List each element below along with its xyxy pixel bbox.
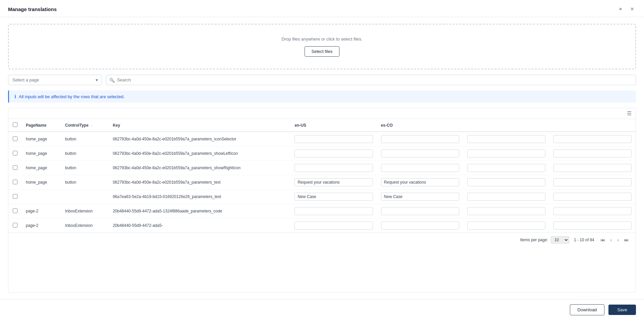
- row-checkbox[interactable]: [13, 223, 17, 228]
- input-esco[interactable]: [381, 135, 459, 143]
- input-col7[interactable]: [553, 164, 632, 172]
- table-row: page-2InboxExtension20b48440-55d9-4472-a…: [8, 218, 636, 233]
- input-esco[interactable]: [381, 207, 459, 215]
- row-checkbox[interactable]: [13, 151, 17, 155]
- page-select[interactable]: Select a page: [8, 75, 102, 85]
- col-controltype: ControlType ↓: [61, 119, 109, 132]
- table-row: 06a7ea63-5e2a-4b19-bd15-016920126e26_par…: [8, 190, 636, 204]
- table-toolbar: ☰: [8, 108, 636, 119]
- cell-esco: [377, 146, 463, 161]
- cell-pagename: home_page: [22, 146, 61, 161]
- input-enus[interactable]: [294, 193, 373, 201]
- info-text: All inputs will be affected by the rows …: [19, 94, 125, 99]
- input-esco[interactable]: [381, 178, 459, 186]
- input-col7[interactable]: [553, 221, 632, 230]
- cell-col6: [463, 161, 549, 175]
- cell-controltype: button: [61, 161, 109, 175]
- modal-body: Drop files anywhere or click to select f…: [0, 17, 644, 299]
- row-checkbox[interactable]: [13, 180, 17, 184]
- input-col6[interactable]: [467, 164, 545, 172]
- info-banner: ℹ All inputs will be affected by the row…: [8, 90, 636, 103]
- input-col6[interactable]: [467, 221, 545, 230]
- header-row: PageName ControlType ↓ Key en-US es-CO: [8, 119, 636, 132]
- input-enus[interactable]: [294, 149, 373, 157]
- row-checkbox[interactable]: [13, 208, 17, 213]
- col-checkbox: [8, 119, 22, 132]
- table-header: PageName ControlType ↓ Key en-US es-CO: [8, 119, 636, 132]
- input-col7[interactable]: [553, 193, 632, 201]
- input-esco[interactable]: [381, 221, 459, 230]
- input-enus[interactable]: [294, 164, 373, 172]
- row-checkbox[interactable]: [13, 194, 17, 199]
- prev-page-button[interactable]: ‹: [609, 237, 613, 243]
- search-input[interactable]: [106, 75, 636, 85]
- cell-controltype: InboxExtension: [61, 218, 109, 233]
- cell-esco: [377, 190, 463, 204]
- cell-esco: [377, 161, 463, 175]
- toolbar-row: Select a page ▼ 🔍: [8, 75, 636, 85]
- input-esco[interactable]: [381, 164, 459, 172]
- cell-col6: [463, 146, 549, 161]
- table-scroll-body[interactable]: PageName ControlType ↓ Key en-US es-CO: [8, 119, 636, 233]
- cell-key: 062793bc-4a0d-450e-8a2c-e0201b559a7a_par…: [109, 175, 290, 190]
- sort-icon: ↓: [91, 124, 93, 127]
- input-col6[interactable]: [467, 207, 545, 215]
- header-actions: ×: [616, 5, 636, 13]
- cell-controltype: InboxExtension: [61, 204, 109, 218]
- save-button[interactable]: Save: [608, 305, 636, 315]
- file-dropzone[interactable]: Drop files anywhere or click to select f…: [8, 24, 636, 69]
- cell-col6: [463, 218, 549, 233]
- manage-translations-modal: Manage translations × Drop files anywher…: [0, 0, 644, 320]
- input-col6[interactable]: [467, 178, 545, 186]
- input-col6[interactable]: [467, 135, 545, 143]
- input-col7[interactable]: [553, 149, 632, 157]
- first-page-button[interactable]: ⏮: [599, 237, 606, 243]
- cell-enus: [290, 218, 377, 233]
- cell-enus: [290, 161, 377, 175]
- input-col7[interactable]: [553, 207, 632, 215]
- cell-pagename: page-2: [22, 218, 61, 233]
- cell-controltype: [61, 190, 109, 204]
- cell-key: 062793bc-4a0d-450e-8a2c-e0201b559a7a_par…: [109, 146, 290, 161]
- cell-key: 20b48440-55d9-4472-ada5-: [109, 218, 290, 233]
- input-enus[interactable]: [294, 221, 373, 230]
- select-all-checkbox[interactable]: [13, 122, 17, 127]
- input-enus[interactable]: [294, 178, 373, 186]
- close-button[interactable]: ×: [628, 5, 636, 13]
- cell-col6: [463, 175, 549, 190]
- cell-controltype: button: [61, 146, 109, 161]
- pagination-row: Items per page: 10 25 50 100 1 - 10 of 8…: [8, 233, 636, 247]
- dropzone-text: Drop files anywhere or click to select f…: [281, 37, 362, 42]
- input-esco[interactable]: [381, 149, 459, 157]
- cell-key: 06a7ea63-5e2a-4b19-bd15-016920126e26_par…: [109, 190, 290, 204]
- minimize-button[interactable]: [616, 6, 625, 12]
- per-page-select[interactable]: 10 25 50 100: [551, 236, 569, 244]
- col-pagename: PageName: [22, 119, 61, 132]
- cell-enus: [290, 204, 377, 218]
- last-page-button[interactable]: ⏭: [623, 237, 630, 243]
- cell-col6: [463, 190, 549, 204]
- cell-col7: [549, 204, 636, 218]
- cell-pagename: page-2: [22, 204, 61, 218]
- next-page-button[interactable]: ›: [616, 237, 620, 243]
- cell-col6: [463, 204, 549, 218]
- input-enus[interactable]: [294, 207, 373, 215]
- row-checkbox[interactable]: [13, 136, 17, 141]
- select-files-button[interactable]: Select files: [305, 46, 340, 57]
- table-row: home_pagebutton062793bc-4a0d-450e-8a2c-e…: [8, 146, 636, 161]
- cell-col7: [549, 190, 636, 204]
- col-enus: en-US: [290, 119, 377, 132]
- input-col7[interactable]: [553, 135, 632, 143]
- row-checkbox-cell: [8, 204, 22, 218]
- info-icon: ℹ: [14, 94, 16, 99]
- input-col7[interactable]: [553, 178, 632, 186]
- download-button[interactable]: Download: [570, 304, 605, 315]
- cell-enus: [290, 175, 377, 190]
- input-esco[interactable]: [381, 193, 459, 201]
- input-col6[interactable]: [467, 193, 545, 201]
- row-checkbox[interactable]: [13, 165, 17, 170]
- cell-enus: [290, 132, 377, 146]
- table-menu-icon[interactable]: ☰: [627, 110, 632, 117]
- input-col6[interactable]: [467, 149, 545, 157]
- input-enus[interactable]: [294, 135, 373, 143]
